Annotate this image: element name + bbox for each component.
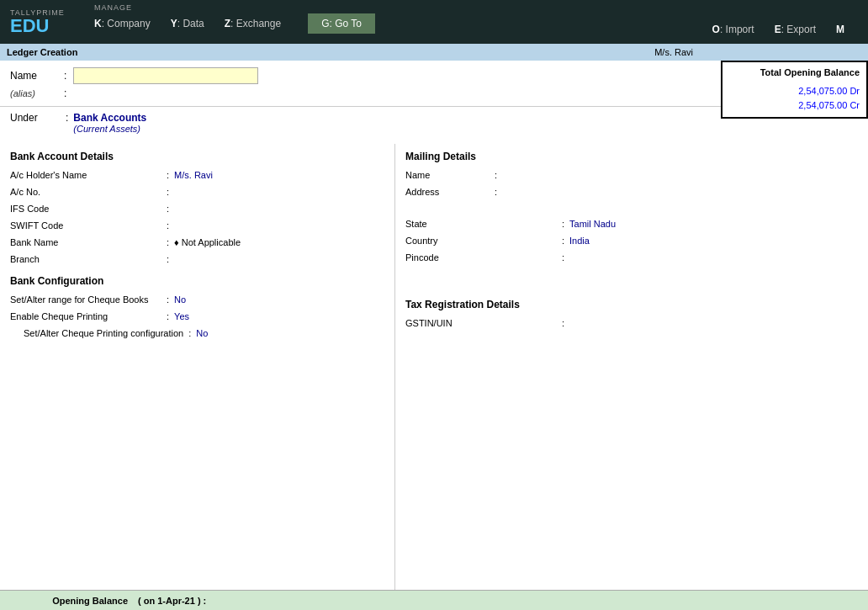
tax-title: Tax Registration Details <box>405 299 858 310</box>
field-label-state: State <box>405 219 557 229</box>
field-row-holder: A/c Holder's Name : M/s. Ravi <box>10 167 384 183</box>
opening-balance-cr: 2,54,075.00 Cr <box>729 98 860 113</box>
field-row-gstin: GSTIN/UIN : <box>405 316 858 331</box>
nav-company[interactable]: K: Company <box>91 14 167 33</box>
nav-export-label: : Export <box>781 24 816 35</box>
field-label-swift: SWIFT Code <box>10 220 161 231</box>
right-col: Mailing Details Name : Address : State :… <box>395 144 868 590</box>
mailing-title: Mailing Details <box>405 151 858 162</box>
company-name: M/s. Ravi <box>654 47 693 57</box>
field-label-branch: Branch <box>10 254 161 264</box>
nav-data-label: : Data <box>177 18 204 29</box>
two-col-layout: Bank Account Details A/c Holder's Name :… <box>0 144 868 590</box>
name-colon: : <box>64 70 66 82</box>
opening-balance-box: Total Opening Balance 2,54,075.00 Dr 2,5… <box>721 61 868 119</box>
brand: TallyPrime EDU <box>7 0 91 44</box>
field-row-swift: SWIFT Code : <box>10 218 384 233</box>
field-value-cheque-config: No <box>196 328 208 338</box>
key-e: E <box>775 24 781 35</box>
left-col: Bank Account Details A/c Holder's Name :… <box>0 144 395 590</box>
nav-exchange-label: : Exchange <box>230 18 281 29</box>
tax-section: Tax Registration Details GSTIN/UIN : <box>405 299 858 331</box>
alias-colon: : <box>64 88 66 99</box>
nav-company-label: : Company <box>102 18 151 29</box>
field-row-country: Country : India <box>405 233 858 248</box>
field-value-cheque-printing: Yes <box>174 311 189 321</box>
key-o: O <box>712 24 720 35</box>
under-label: Under <box>10 112 61 124</box>
field-label-cheque-range: Set/Alter range for Cheque Books <box>10 294 161 305</box>
opening-balance-label: Opening Balance <box>10 596 128 606</box>
key-k: K <box>94 18 102 29</box>
nav-section: MANAGE K: Company Y: Data Z: Exchange G:… <box>91 0 709 44</box>
top-nav: TallyPrime EDU MANAGE K: Company Y: Data… <box>0 0 868 44</box>
field-row-state: State : Tamil Nadu <box>405 216 858 231</box>
field-row-pincode: Pincode : <box>405 250 858 265</box>
brand-main: EDU <box>10 17 77 35</box>
field-row-branch: Branch : <box>10 252 384 267</box>
alias-label: (alias) <box>10 88 61 98</box>
bank-config-title: Bank Configuration <box>10 275 384 287</box>
state-section: State : Tamil Nadu Country : India Pinco… <box>405 216 858 265</box>
field-row-acno: A/c No. : <box>10 184 384 199</box>
field-label-cheque-config: Set/Alter Cheque Printing configuration <box>10 328 183 338</box>
field-row-cheque-range: Set/Alter range for Cheque Books : No <box>10 292 384 307</box>
nav-exchange[interactable]: Z: Exchange <box>221 14 298 33</box>
key-y: Y <box>171 18 177 29</box>
field-label-cheque-printing: Enable Cheque Printing <box>10 311 161 321</box>
field-value-bankname: ♦ Not Applicable <box>174 237 241 247</box>
name-input[interactable] <box>73 67 258 84</box>
under-value: Bank Accounts <box>73 112 146 124</box>
name-label: Name <box>10 70 61 82</box>
field-label-country: Country <box>405 236 557 246</box>
mailing-name-colon: : <box>495 170 497 180</box>
key-z: Z <box>225 18 230 29</box>
opening-balance-date: ( on 1-Apr-21 ) : <box>138 596 206 606</box>
mailing-name-label: Name <box>405 170 490 180</box>
nav-more[interactable]: M <box>833 20 861 39</box>
field-label-holder: A/c Holder's Name <box>10 170 161 180</box>
goto-button[interactable]: G: Go To <box>308 13 375 34</box>
opening-balance-dr: 2,54,075.00 Dr <box>729 84 860 98</box>
field-row-cheque-printing: Enable Cheque Printing : Yes <box>10 309 384 324</box>
nav-import[interactable]: O: Import <box>709 20 771 39</box>
nav-import-label: : Import <box>720 24 754 35</box>
subtitle-bar: Ledger Creation M/s. Ravi <box>0 44 868 61</box>
field-label-acno: A/c No. <box>10 187 161 197</box>
manage-label: MANAGE <box>91 3 709 12</box>
nav-items: K: Company Y: Data Z: Exchange G: Go To <box>91 13 709 34</box>
field-row-ifs: IFS Code : <box>10 201 384 216</box>
under-value-block: Bank Accounts (Current Assets) <box>73 112 146 134</box>
bank-account-details-title: Bank Account Details <box>10 151 384 162</box>
field-value-state: Tamil Nadu <box>569 219 616 229</box>
mailing-address-colon: : <box>495 187 497 197</box>
field-label-pincode: Pincode <box>405 252 557 263</box>
mailing-address-row: Address : <box>405 184 858 199</box>
field-value-country: India <box>569 236 590 246</box>
field-label-ifs: IFS Code <box>10 204 161 214</box>
nav-export[interactable]: E: Export <box>771 20 833 39</box>
nav-data[interactable]: Y: Data <box>167 14 221 33</box>
field-label-bankname: Bank Name <box>10 237 161 247</box>
mailing-section: Mailing Details Name : Address : <box>405 151 858 199</box>
key-m: M <box>836 24 844 35</box>
field-value-cheque-range: No <box>174 294 186 305</box>
page-title: Ledger Creation <box>7 47 77 57</box>
field-row-cheque-config: Set/Alter Cheque Printing configuration … <box>10 326 384 341</box>
field-value-holder: M/s. Ravi <box>174 170 213 180</box>
mailing-address-label: Address <box>405 187 490 197</box>
under-sub: (Current Assets) <box>73 124 146 134</box>
mailing-name-row: Name : <box>405 167 858 183</box>
nav-right: O: Import E: Export M <box>709 0 861 44</box>
field-row-bankname: Bank Name : ♦ Not Applicable <box>10 235 384 250</box>
under-colon: : <box>66 112 68 124</box>
main-content: Total Opening Balance 2,54,075.00 Dr 2,5… <box>0 61 868 590</box>
field-label-gstin: GSTIN/UIN <box>405 318 557 328</box>
bottom-bar: Opening Balance ( on 1-Apr-21 ) : <box>0 590 868 610</box>
opening-balance-title: Total Opening Balance <box>729 67 860 77</box>
